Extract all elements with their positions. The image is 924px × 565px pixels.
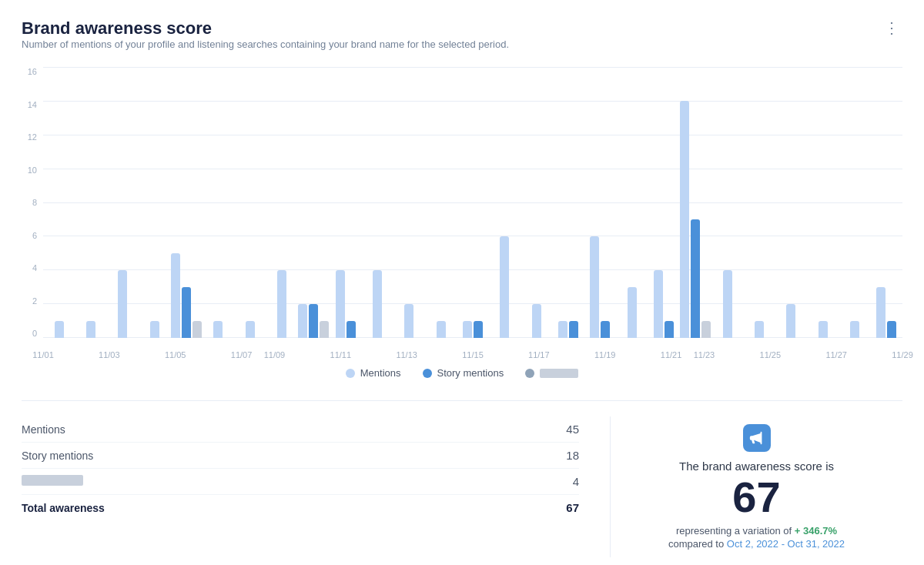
bar-story	[601, 321, 610, 338]
bar-group	[743, 67, 775, 338]
mentions-label: Mentions	[22, 423, 65, 436]
bar-mention	[277, 270, 286, 338]
bar-mention	[118, 270, 127, 338]
bar-group	[330, 67, 361, 338]
stats-section: Mentions 45 Story mentions 18 4 Total aw…	[22, 400, 902, 557]
legend-dot-other	[525, 369, 534, 378]
bar-group	[266, 67, 297, 338]
total-value: 67	[566, 501, 579, 514]
megaphone-svg	[748, 430, 765, 446]
page-title: Brand awareness score	[22, 18, 509, 38]
other-stat-row: 4	[22, 469, 579, 495]
story-mentions-value: 18	[566, 449, 579, 462]
bar-group	[203, 67, 234, 338]
bar-mention	[298, 304, 307, 338]
bar-group	[584, 67, 616, 338]
bar-group	[43, 67, 75, 338]
y-axis-label: 2	[22, 296, 37, 306]
variation-pct: + 346.7%	[795, 525, 837, 537]
total-label: Total awareness	[22, 502, 105, 514]
bar-group	[457, 67, 488, 338]
bar-story	[691, 219, 700, 338]
bar-story	[474, 321, 483, 338]
bar-story	[569, 321, 578, 338]
y-axis-label: 4	[22, 263, 37, 272]
other-label	[22, 475, 83, 488]
bar-mention	[558, 321, 567, 338]
mentions-value: 45	[566, 423, 579, 436]
x-axis-label: 11/21	[661, 350, 682, 359]
bar-group	[75, 67, 106, 338]
y-axis: 0246810121416	[22, 67, 43, 359]
bar-other	[192, 321, 202, 338]
bar-group	[648, 67, 679, 338]
bar-group	[107, 67, 139, 338]
bar-group	[616, 67, 648, 338]
story-mentions-stat-row: Story mentions 18	[22, 443, 579, 469]
bar-mention	[404, 304, 413, 338]
x-axis-label: 11/15	[462, 350, 484, 359]
bar-group	[552, 67, 584, 338]
bar-mention	[876, 287, 886, 338]
stats-left: Mentions 45 Story mentions 18 4 Total aw…	[22, 416, 610, 557]
legend-rect-other	[540, 369, 578, 378]
bar-mention	[532, 304, 541, 338]
compared-date: Oct 2, 2022 - Oct 31, 2022	[727, 538, 845, 550]
bar-group	[298, 67, 330, 338]
bar-story	[887, 321, 896, 338]
more-options-button[interactable]: ⋮	[881, 18, 902, 37]
bar-story	[665, 321, 674, 338]
y-axis-label: 10	[22, 165, 37, 175]
legend-story-label: Story mentions	[437, 367, 504, 379]
bar-mention	[819, 321, 828, 338]
bar-mention	[628, 287, 637, 338]
bar-mention	[213, 321, 223, 338]
bar-mention	[680, 101, 689, 338]
x-axis-label: 11/27	[825, 350, 847, 359]
bar-group	[775, 67, 807, 338]
brand-score-text: The brand awareness score is	[679, 460, 834, 473]
bar-mention	[590, 236, 599, 338]
x-axis-label: 11/25	[760, 350, 782, 359]
x-axis-label: 11/01	[32, 350, 54, 359]
y-axis-label: 12	[22, 132, 37, 142]
bar-group	[521, 67, 552, 338]
bar-story	[182, 287, 191, 338]
bar-story	[309, 304, 318, 338]
bar-mention	[55, 321, 64, 338]
mentions-stat-row: Mentions 45	[22, 416, 579, 443]
x-axis-label: 11/17	[528, 350, 550, 359]
chart-legend: Mentions Story mentions	[22, 367, 902, 379]
bar-group	[425, 67, 457, 338]
bar-group	[680, 67, 711, 338]
bar-mention	[755, 321, 764, 338]
legend-other	[525, 369, 578, 378]
x-axis-label: 11/05	[165, 350, 186, 359]
x-axis-label: 11/23	[694, 350, 715, 359]
total-stat-row: Total awareness 67	[22, 495, 579, 520]
bar-mention	[654, 270, 663, 338]
y-axis-label: 6	[22, 231, 37, 240]
chart-area: 0246810121416 11/0111/0311/0511/0711/091…	[22, 67, 902, 359]
x-axis-label: 11/19	[594, 350, 616, 359]
bar-group	[139, 67, 170, 338]
x-axis-label: 11/11	[330, 350, 352, 359]
bar-mention	[150, 321, 159, 338]
y-axis-label: 0	[22, 329, 37, 338]
compared-label: compared to	[668, 538, 724, 550]
legend-mentions-label: Mentions	[360, 367, 401, 379]
bar-group	[807, 67, 839, 338]
bar-mention	[373, 270, 382, 338]
bar-group	[170, 67, 202, 338]
bar-group	[393, 67, 425, 338]
variation-row: representing a variation of + 346.7%	[676, 525, 837, 537]
bar-mention	[246, 321, 255, 338]
bar-other	[701, 321, 711, 338]
bar-story	[346, 321, 356, 338]
x-axis-label: 11/13	[396, 350, 417, 359]
brand-score-value: 67	[732, 476, 780, 519]
legend-dot-story	[423, 369, 432, 378]
other-label-rect	[22, 475, 83, 486]
bar-group	[839, 67, 870, 338]
bar-mention	[437, 321, 446, 338]
